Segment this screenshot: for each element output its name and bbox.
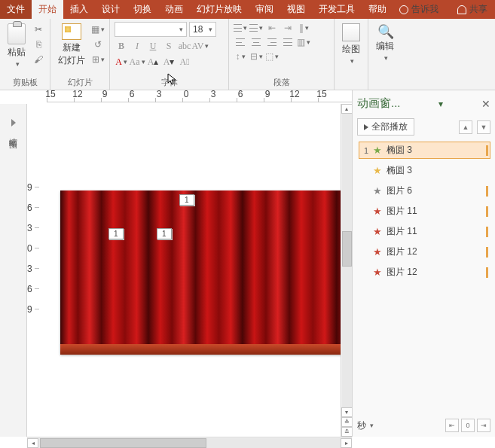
anim-tag[interactable]: 1 [179,194,194,206]
tab-animations[interactable]: 动画 [158,0,190,19]
tab-view[interactable]: 视图 [280,0,312,19]
ribbon: 粘贴▾ ✂ ⎘ 🖌 剪贴板 新建 幻灯片 ▦▾ ↺ ⊞▾ 幻灯片 [0,19,495,90]
align-text-button[interactable]: ⊟▾ [249,50,263,62]
indent-dec-button[interactable]: ⇤ [265,22,279,34]
shrink-font-button[interactable]: A▾ [162,55,176,69]
anim-tag[interactable]: 1 [157,228,172,239]
anim-label: 图片 11 [387,225,417,238]
timeline-zero-button[interactable]: 0 [461,419,475,432]
seconds-select[interactable]: 秒▾ [357,419,374,432]
play-all-button[interactable]: 全部播放 [357,118,414,136]
italic-button[interactable]: I [130,39,144,53]
underline-button[interactable]: U [146,39,160,53]
pane-menu-button[interactable]: ▾ [438,99,443,109]
move-down-button[interactable]: ▼ [477,120,490,134]
align-right-button[interactable] [265,36,279,48]
tab-review[interactable]: 审阅 [249,0,280,19]
smartart-button[interactable]: ⬚▾ [265,50,279,62]
shadow-button[interactable]: abc [178,39,191,53]
char-spacing-button[interactable]: AV▾ [194,39,207,53]
scroll-thumb[interactable] [40,438,206,448]
scroll-track[interactable] [38,438,341,448]
tab-help[interactable]: 帮助 [362,0,393,19]
move-up-button[interactable]: ▲ [459,120,472,134]
outline-label: 缩略图 [8,131,19,136]
justify-button[interactable] [281,36,295,48]
animation-item[interactable]: 1★椭圆 3 [359,142,490,159]
change-case-button[interactable]: Aa▾ [130,55,144,69]
indent-inc-button[interactable]: ⇥ [281,22,295,34]
line-spacing-button[interactable]: ‖▾ [297,22,310,34]
tab-insert[interactable]: 插入 [63,0,95,19]
timeline-next-button[interactable]: ⇥ [477,419,490,432]
anim-number: 1 [361,146,368,155]
format-painter-button[interactable]: 🖌 [32,53,45,66]
slide[interactable]: 1 1 1 [60,190,352,355]
scroll-left-button[interactable]: ◂ [27,438,38,448]
bullets-button[interactable]: ▾ [234,22,247,34]
tab-file[interactable]: 文件 [0,0,32,19]
align-center-button[interactable] [249,36,263,48]
copy-button[interactable]: ⎘ [32,38,45,50]
cut-button[interactable]: ✂ [32,23,45,35]
group-clipboard: 粘贴▾ ✂ ⎘ 🖌 剪贴板 [0,19,50,90]
grow-font-button[interactable]: A▴ [146,55,160,69]
star-icon: ★ [373,165,382,176]
vertical-scrollbar[interactable]: ▴ ▾ ≜ ≛ [341,104,352,437]
slide-canvas[interactable]: 9630369 1 1 1 [27,104,352,437]
tab-design[interactable]: 设计 [95,0,127,19]
share-button[interactable]: 共享 [450,0,495,19]
horizontal-scrollbar[interactable]: ◂ ▸ [27,437,352,448]
tab-developer[interactable]: 开发工具 [312,0,362,19]
section-button[interactable]: ⊞▾ [91,53,105,66]
bulb-icon [399,5,408,14]
font-size-select[interactable]: 18▾ [189,22,216,37]
tell-me[interactable]: 告诉我 [393,0,445,19]
editing-button[interactable]: 🔍编辑▾ [373,22,397,63]
shapes-icon [342,23,360,41]
scroll-right-button[interactable]: ▸ [341,438,352,448]
scroll-thumb[interactable] [342,231,352,267]
scroll-track[interactable] [342,114,352,407]
font-family-select[interactable]: ▾ [115,22,187,37]
clear-format-button[interactable]: A⃠ [178,55,191,69]
columns-button[interactable]: ▥▾ [297,36,310,48]
group-label: 剪贴板 [5,76,45,88]
tab-home[interactable]: 开始 [32,0,63,19]
scroll-down-button[interactable]: ▾ [341,407,353,417]
animation-item[interactable]: ★椭圆 3 [359,162,490,179]
font-color-button[interactable]: A▾ [115,55,128,69]
star-icon: ★ [373,206,382,217]
paste-button[interactable]: 粘贴▾ [5,22,29,69]
animation-item[interactable]: ★图片 6 [359,182,490,200]
outline-bar[interactable]: 缩略图 [0,104,27,437]
layout-button[interactable]: ▦▾ [91,23,105,35]
reset-button[interactable]: ↺ [91,38,105,50]
bold-button[interactable]: B [115,39,128,53]
animation-item[interactable]: ★图片 12 [359,264,490,281]
prev-slide-button[interactable]: ≜ [341,417,353,427]
duration-bar [486,267,488,278]
animation-item[interactable]: ★图片 12 [359,243,490,261]
clipboard-icon [8,23,26,44]
animation-item[interactable]: ★图片 11 [359,223,490,240]
expand-icon [11,119,16,126]
tab-slideshow[interactable]: 幻灯片放映 [190,0,249,19]
animation-item[interactable]: ★图片 11 [359,203,490,220]
strike-button[interactable]: S [162,39,176,53]
next-slide-button[interactable]: ≛ [341,427,353,437]
pane-close-button[interactable]: ✕ [481,98,490,110]
duration-bar [486,186,488,197]
tab-transitions[interactable]: 切换 [127,0,158,19]
anim-tag[interactable]: 1 [108,228,124,239]
text-direction-button[interactable]: ↕▾ [234,50,247,62]
scroll-up-button[interactable]: ▴ [341,104,353,114]
group-label: 幻灯片 [55,76,105,88]
duration-bar [486,145,488,156]
new-slide-button[interactable]: 新建 幻灯片 [55,22,88,69]
drawing-button[interactable]: 绘图▾ [339,22,363,66]
star-icon: ★ [373,145,382,156]
numbering-button[interactable]: ▾ [249,22,263,34]
timeline-prev-button[interactable]: ⇤ [445,419,459,432]
align-left-button[interactable] [234,36,247,48]
